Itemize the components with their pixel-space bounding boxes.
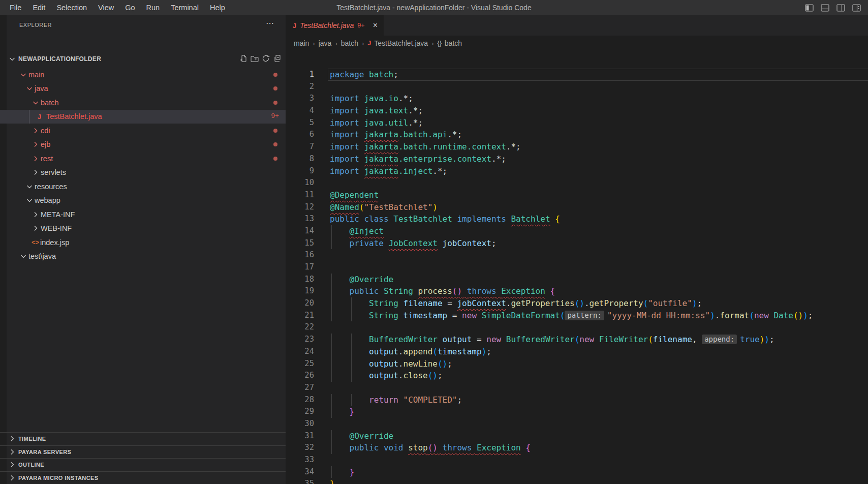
folder-item-ejb[interactable]: ejb <box>0 138 286 152</box>
folder-item-test-java[interactable]: test\java <box>0 250 286 264</box>
code-line-1[interactable]: 1package batch; <box>286 69 868 81</box>
toggle-panel-icon[interactable] <box>821 4 829 12</box>
line-number[interactable]: 15 <box>286 237 314 250</box>
code-line-7[interactable]: 7import jakarta.batch.runtime.context.*; <box>286 141 868 153</box>
code-line-29[interactable]: 29 } <box>286 406 868 418</box>
code-line-25[interactable]: 25 output.newLine(); <box>286 358 868 370</box>
line-number[interactable]: 4 <box>286 105 314 117</box>
code-line-20[interactable]: 20 String filename = jobContext.getPrope… <box>286 297 868 310</box>
toggle-secondary-sidebar-icon[interactable] <box>836 4 845 12</box>
line-number[interactable]: 20 <box>286 297 314 310</box>
folder-item-servlets[interactable]: servlets <box>0 166 286 180</box>
menu-go[interactable]: Go <box>119 0 140 15</box>
breadcrumb-item-java[interactable]: java <box>319 39 332 47</box>
line-number[interactable]: 2 <box>286 81 314 93</box>
line-number[interactable]: 32 <box>286 442 314 454</box>
file-item-testbatchlet-java[interactable]: JTestBatchlet.java9+ <box>0 110 286 124</box>
line-number[interactable]: 6 <box>286 129 314 141</box>
line-number[interactable]: 17 <box>286 261 314 274</box>
line-number[interactable]: 25 <box>286 358 314 370</box>
folder-item-webapp[interactable]: webapp <box>0 194 286 208</box>
menu-help[interactable]: Help <box>204 0 231 15</box>
line-number[interactable]: 14 <box>286 225 314 237</box>
code-line-31[interactable]: 31 @Override <box>286 430 868 442</box>
refresh-explorer-icon[interactable] <box>262 54 270 63</box>
folder-item-java[interactable]: java <box>0 82 286 96</box>
code-line-17[interactable]: 17 <box>286 261 868 274</box>
line-number[interactable]: 10 <box>286 177 314 189</box>
code-line-34[interactable]: 34 } <box>286 466 868 478</box>
code-line-11[interactable]: 11@Dependent <box>286 189 868 201</box>
panel-payara-servers[interactable]: PAYARA SERVERS <box>0 445 286 459</box>
code-line-5[interactable]: 5import java.util.*; <box>286 117 868 129</box>
code-line-30[interactable]: 30 <box>286 418 868 430</box>
code-line-26[interactable]: 26 output.close(); <box>286 370 868 382</box>
menu-run[interactable]: Run <box>141 0 166 15</box>
line-number[interactable]: 31 <box>286 430 314 442</box>
code-line-16[interactable]: 16 <box>286 249 868 261</box>
folder-item-cdi[interactable]: cdi <box>0 124 286 138</box>
folder-item-resources[interactable]: resources <box>0 179 286 194</box>
folder-item-web-inf[interactable]: WEB-INF <box>0 222 286 236</box>
code-line-18[interactable]: 18 @Override <box>286 274 868 286</box>
code-line-12[interactable]: 12@Named("TestBatchlet") <box>286 201 868 214</box>
menu-terminal[interactable]: Terminal <box>165 0 204 15</box>
line-number[interactable]: 12 <box>286 201 314 214</box>
line-number[interactable]: 35 <box>286 478 314 484</box>
line-number[interactable]: 33 <box>286 454 314 466</box>
line-number[interactable]: 26 <box>286 370 314 382</box>
code-line-24[interactable]: 24 output.append(timestamp); <box>286 346 868 358</box>
line-number[interactable]: 24 <box>286 346 314 358</box>
code-line-8[interactable]: 8import jakarta.enterprise.context.*; <box>286 153 868 165</box>
breadcrumb-item-main[interactable]: main <box>294 39 309 47</box>
code-line-6[interactable]: 6import jakarta.batch.api.*; <box>286 129 868 141</box>
line-number[interactable]: 19 <box>286 285 314 297</box>
code-line-3[interactable]: 3import java.io.*; <box>286 93 868 105</box>
code-line-2[interactable]: 2 <box>286 81 868 93</box>
line-number[interactable]: 34 <box>286 466 314 478</box>
code-line-4[interactable]: 4import java.text.*; <box>286 105 868 117</box>
line-number[interactable]: 18 <box>286 274 314 286</box>
code-line-33[interactable]: 33 <box>286 454 868 466</box>
customize-layout-icon[interactable] <box>852 4 861 12</box>
line-number[interactable]: 11 <box>286 189 314 201</box>
panel-payara-micro-instances[interactable]: PAYARA MICRO INSTANCES <box>0 471 286 484</box>
new-folder-icon[interactable] <box>251 54 259 63</box>
file-item-index-jsp[interactable]: <>index.jsp <box>0 235 286 250</box>
line-number[interactable]: 29 <box>286 406 314 418</box>
menu-file[interactable]: File <box>4 0 27 15</box>
code-line-21[interactable]: 21 String timestamp = new SimpleDateForm… <box>286 310 868 322</box>
collapse-folders-icon[interactable] <box>273 54 281 63</box>
line-number[interactable]: 16 <box>286 249 314 261</box>
menu-selection[interactable]: Selection <box>51 0 92 15</box>
code-line-23[interactable]: 23 BufferedWriter output = new BufferedW… <box>286 334 868 346</box>
folder-item-meta-inf[interactable]: META-INF <box>0 207 286 222</box>
line-number[interactable]: 1 <box>286 69 314 81</box>
menu-edit[interactable]: Edit <box>27 0 51 15</box>
code-editor[interactable]: 1package batch;23import java.io.*;4impor… <box>286 51 868 484</box>
tab-testbatchlet[interactable]: J TestBatchlet.java 9+ × <box>286 15 384 36</box>
line-number[interactable]: 5 <box>286 117 314 129</box>
code-line-13[interactable]: 13public class TestBatchlet implements B… <box>286 213 868 225</box>
code-line-32[interactable]: 32 public void stop() throws Exception { <box>286 442 868 454</box>
folder-item-main[interactable]: main <box>0 68 286 82</box>
code-line-10[interactable]: 10 <box>286 177 868 189</box>
panel-timeline[interactable]: TIMELINE <box>0 432 286 445</box>
line-number[interactable]: 13 <box>286 213 314 225</box>
line-number[interactable]: 22 <box>286 321 314 334</box>
code-line-27[interactable]: 27 <box>286 382 868 394</box>
line-number[interactable]: 21 <box>286 310 314 322</box>
line-number[interactable]: 27 <box>286 382 314 394</box>
toggle-primary-sidebar-icon[interactable] <box>805 4 814 12</box>
code-line-35[interactable]: 35} <box>286 478 868 484</box>
line-number[interactable]: 9 <box>286 165 314 177</box>
explorer-more-actions-icon[interactable]: ⋯ <box>266 18 274 28</box>
line-number[interactable]: 3 <box>286 93 314 105</box>
line-number[interactable]: 23 <box>286 334 314 346</box>
close-icon[interactable]: × <box>372 21 379 30</box>
line-number[interactable]: 8 <box>286 153 314 165</box>
code-line-28[interactable]: 28 return "COMPLETED"; <box>286 394 868 406</box>
code-line-22[interactable]: 22 <box>286 321 868 334</box>
folder-item-rest[interactable]: rest <box>0 152 286 166</box>
folder-section-header[interactable]: NEWAPPLICATIONFOLDER <box>0 52 286 66</box>
